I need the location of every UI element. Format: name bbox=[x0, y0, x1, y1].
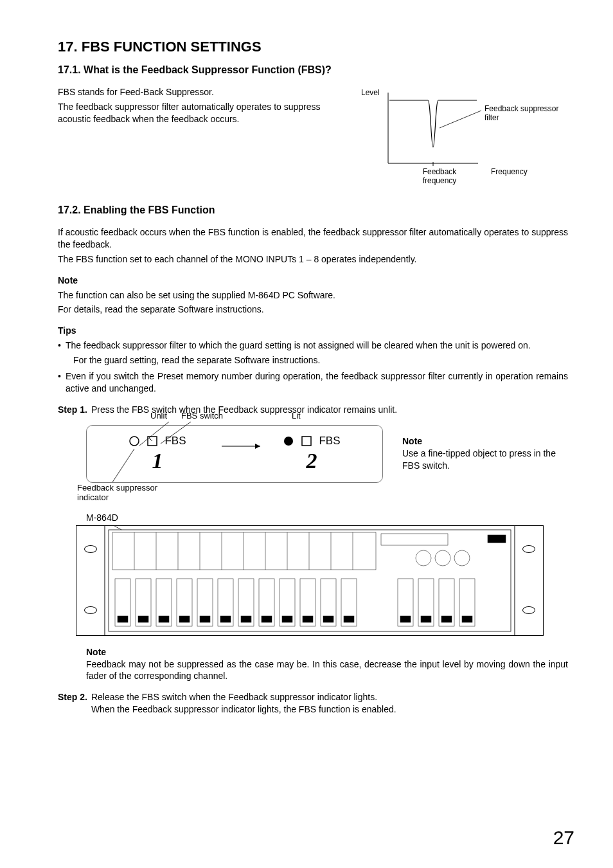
subsection-title-17-2: 17.2. Enabling the FBS Function bbox=[58, 204, 568, 216]
svg-rect-58 bbox=[241, 616, 251, 622]
svg-rect-57 bbox=[220, 616, 231, 622]
tip-1-text: The feedback suppressor filter to which … bbox=[66, 340, 531, 350]
subsection-title-17-1: 17.1. What is the Feedback Suppressor Fu… bbox=[58, 64, 568, 76]
big-number-2: 2 bbox=[254, 449, 369, 473]
svg-rect-66 bbox=[441, 616, 452, 622]
step-2-label: Step 2. bbox=[58, 691, 91, 716]
s1-p1: FBS stands for Feed-Back Suppressor. bbox=[58, 86, 328, 98]
big-number-1: 1 bbox=[100, 449, 215, 473]
svg-point-12 bbox=[284, 437, 293, 446]
model-label: M-864D bbox=[86, 512, 568, 523]
tips-heading: Tips bbox=[58, 325, 568, 337]
fbs-switch-icon bbox=[147, 435, 158, 447]
tip-2: Even if you switch the Preset memory num… bbox=[58, 370, 568, 395]
callout-unlit: Unlit bbox=[150, 411, 167, 420]
svg-rect-13 bbox=[302, 437, 311, 446]
svg-rect-62 bbox=[323, 616, 333, 622]
svg-point-9 bbox=[130, 437, 139, 446]
switch-side-note: Note Use a fine-tipped object to press i… bbox=[402, 435, 563, 472]
note-heading-1: Note bbox=[58, 275, 568, 287]
step-2-text: Release the FBS switch when the Feedback… bbox=[91, 691, 568, 703]
svg-line-3 bbox=[440, 111, 481, 128]
chart-annotation-freq: Feedback frequency bbox=[414, 167, 465, 185]
svg-line-35 bbox=[110, 526, 121, 530]
svg-rect-60 bbox=[282, 616, 292, 622]
s2-note1: The function can also be set using the s… bbox=[58, 289, 568, 302]
svg-rect-55 bbox=[179, 616, 190, 622]
fbs-label-2: FBS bbox=[319, 435, 340, 448]
svg-rect-54 bbox=[159, 616, 169, 622]
svg-rect-18 bbox=[112, 532, 376, 570]
svg-point-31 bbox=[416, 550, 431, 566]
notch-filter-chart: Level Feedback suppressor filter Feedbac… bbox=[350, 86, 568, 189]
switch-note-heading: Note bbox=[402, 435, 563, 448]
s2-p2: The FBS function set to each channel of … bbox=[58, 253, 568, 266]
rack-hole-icon bbox=[522, 545, 535, 553]
fbs-label-1: FBS bbox=[164, 435, 186, 448]
svg-point-32 bbox=[435, 550, 450, 566]
svg-rect-61 bbox=[303, 616, 313, 622]
s2-p1: If acoustic feedback occurs when the FBS… bbox=[58, 226, 568, 251]
svg-rect-63 bbox=[344, 616, 354, 622]
fbs-switch-icon-2 bbox=[301, 435, 312, 447]
chart-annotation-filter: Feedback suppressor filter bbox=[484, 104, 568, 122]
callout-fbs-switch: FBS switch bbox=[181, 411, 223, 420]
bottom-note: Note Feedback may not be suppressed as t… bbox=[86, 646, 568, 683]
svg-point-33 bbox=[454, 550, 470, 566]
bottom-note-text: Feedback may not be suppressed as the ca… bbox=[86, 658, 568, 683]
svg-rect-34 bbox=[488, 535, 506, 543]
led-unlit-icon bbox=[129, 435, 140, 447]
svg-rect-30 bbox=[381, 534, 448, 545]
step-1-label: Step 1. bbox=[58, 404, 91, 416]
rack-hole-icon bbox=[522, 606, 535, 614]
svg-rect-53 bbox=[138, 616, 148, 622]
page-number: 27 bbox=[553, 827, 574, 849]
svg-line-11 bbox=[149, 438, 152, 441]
rack-hole-icon bbox=[84, 545, 97, 553]
switch-box: FBS 1 FBS 2 bbox=[86, 425, 383, 483]
step-1: Step 1. Press the FBS switch when the Fe… bbox=[58, 404, 568, 416]
svg-rect-64 bbox=[400, 616, 411, 622]
step-2: Step 2. Release the FBS switch when the … bbox=[58, 691, 568, 716]
rack-hole-icon bbox=[84, 606, 97, 614]
svg-rect-56 bbox=[200, 616, 210, 622]
switch-note-text: Use a fine-tipped object to press in the… bbox=[402, 448, 563, 472]
chart-xlabel: Frequency bbox=[491, 167, 528, 176]
s2-note2: For details, read the separate Software … bbox=[58, 303, 568, 316]
mixer-panel-icon bbox=[76, 526, 543, 635]
svg-rect-65 bbox=[421, 616, 431, 622]
fbs-switch-diagram: FBS 1 FBS 2 Unlit FBS switch Lit bbox=[86, 425, 568, 483]
s1-p2: The feedback suppressor filter automatic… bbox=[58, 101, 328, 125]
intro-row: FBS stands for Feed-Back Suppressor. The… bbox=[58, 86, 568, 189]
tip-1-sub: For the guard setting, read the separate… bbox=[66, 354, 568, 366]
callout-lit: Lit bbox=[292, 411, 301, 420]
svg-rect-59 bbox=[262, 616, 272, 622]
callout-indicator: Feedback suppressor indicator bbox=[77, 483, 173, 502]
tip-1: The feedback suppressor filter to which … bbox=[58, 339, 568, 366]
svg-rect-67 bbox=[462, 616, 472, 622]
document-page: 17. FBS FUNCTION SETTINGS 17.1. What is … bbox=[0, 0, 613, 868]
bottom-note-heading: Note bbox=[86, 646, 568, 658]
section-title: 17. FBS FUNCTION SETTINGS bbox=[58, 39, 568, 55]
svg-rect-52 bbox=[118, 616, 128, 622]
front-panel-illustration bbox=[76, 525, 544, 636]
chart-ylabel: Level bbox=[361, 88, 380, 97]
led-lit-icon bbox=[283, 435, 294, 447]
tips-list: The feedback suppressor filter to which … bbox=[58, 339, 568, 395]
step-2-text-2: When the Feedback suppressor indicator l… bbox=[91, 703, 568, 716]
